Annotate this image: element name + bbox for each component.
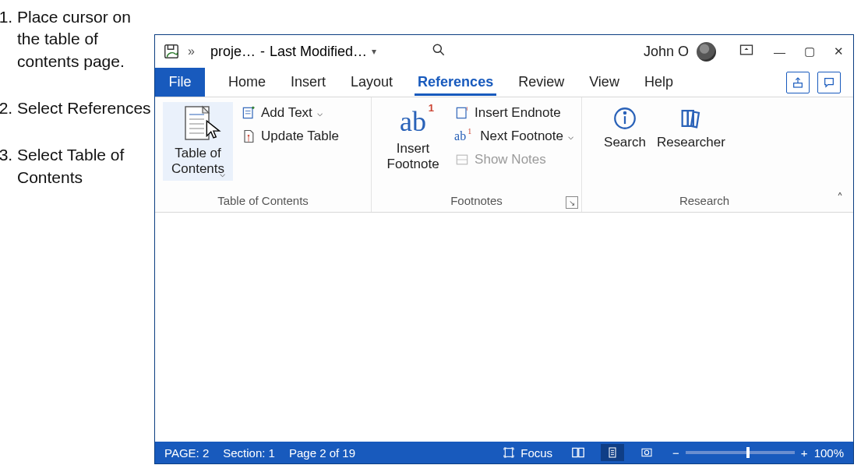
table-of-contents-label: Table of Contents <box>171 146 224 178</box>
focus-icon <box>502 446 516 459</box>
user-area[interactable]: John O <box>644 42 716 62</box>
view-buttons <box>566 444 658 461</box>
svg-text:i: i <box>467 106 468 111</box>
tab-review[interactable]: Review <box>517 69 566 95</box>
svg-point-1 <box>433 44 441 52</box>
next-footnote-button[interactable]: ab1 Next Footnote ⌵ <box>454 129 573 144</box>
instruction-step-2: Select References <box>17 97 154 119</box>
web-layout-button[interactable] <box>635 444 658 461</box>
tab-references[interactable]: References <box>416 69 495 95</box>
doc-modified: Last Modified… <box>270 44 367 60</box>
endnote-icon: i <box>454 105 470 121</box>
add-text-button[interactable]: Add Text ⌵ <box>241 105 339 121</box>
zoom-control: − + 100% <box>672 446 844 460</box>
quick-access-toolbar: » <box>163 43 195 60</box>
document-title[interactable]: proje… - Last Modified… ▾ <box>210 44 376 60</box>
collapse-ribbon-button[interactable]: ˄ <box>827 97 853 212</box>
chevron-down-icon: ⌵ <box>317 107 323 118</box>
doc-name: proje… <box>210 44 256 60</box>
window-controls: — ▢ ✕ <box>774 44 849 58</box>
avatar <box>697 42 716 62</box>
close-button[interactable]: ✕ <box>834 44 844 58</box>
svg-rect-20 <box>506 449 513 457</box>
tab-view[interactable]: View <box>587 69 621 95</box>
search-button[interactable]: Search <box>598 102 652 153</box>
search-icon[interactable] <box>431 42 446 62</box>
autosave-icon[interactable] <box>163 43 180 60</box>
status-section[interactable]: Section: 1 <box>223 446 275 460</box>
search-info-icon <box>612 105 638 132</box>
word-window: » proje… - Last Modified… ▾ John O — ▢ ✕ <box>154 34 854 464</box>
svg-point-19 <box>624 112 626 114</box>
researcher-button[interactable]: Researcher <box>655 102 727 153</box>
status-page-of[interactable]: Page 2 of 19 <box>289 446 355 460</box>
maximize-button[interactable]: ▢ <box>804 44 815 58</box>
svg-point-26 <box>644 450 648 454</box>
group-research: Search Researcher Research <box>582 97 827 212</box>
svg-rect-13 <box>457 107 466 118</box>
user-name: John O <box>644 44 689 60</box>
status-bar: PAGE: 2 Section: 1 Page 2 of 19 Focus − … <box>155 442 853 463</box>
chevron-down-icon: ⌵ <box>568 131 573 142</box>
status-page[interactable]: PAGE: 2 <box>164 446 209 460</box>
table-of-contents-button[interactable]: Table of Contents ⌵ <box>163 102 233 181</box>
group-table-of-contents: Table of Contents ⌵ <box>155 97 372 212</box>
add-text-icon <box>241 105 256 121</box>
focus-mode-button[interactable]: Focus <box>502 446 552 460</box>
zoom-in-button[interactable]: + <box>801 446 808 460</box>
zoom-out-button[interactable]: − <box>672 446 679 460</box>
tab-home[interactable]: Home <box>227 69 267 95</box>
group-label-toc: Table of Contents <box>163 194 363 210</box>
tab-layout[interactable]: Layout <box>349 69 394 95</box>
document-toc-icon <box>181 105 215 143</box>
svg-rect-25 <box>642 449 651 456</box>
minimize-button[interactable]: — <box>774 45 785 58</box>
group-label-research: Research <box>590 194 819 210</box>
tab-file[interactable]: File <box>155 68 205 97</box>
show-notes-icon <box>454 152 470 167</box>
tab-help[interactable]: Help <box>643 69 675 95</box>
insert-footnote-label: Insert Footnote <box>387 141 439 173</box>
svg-rect-3 <box>794 83 803 86</box>
document-canvas[interactable] <box>155 213 853 442</box>
researcher-icon <box>678 105 704 132</box>
footnotes-launcher-icon[interactable]: ↘ <box>566 196 578 209</box>
comments-button[interactable] <box>817 72 841 93</box>
ribbon: Table of Contents ⌵ <box>155 97 853 213</box>
group-footnotes: ab 1 Insert Footnote i Insert Endnote <box>372 97 582 212</box>
insert-endnote-button[interactable]: i Insert Endnote <box>454 105 573 121</box>
show-notes-button: Show Notes <box>454 152 573 167</box>
ribbon-display-icon[interactable] <box>738 42 755 62</box>
svg-rect-10 <box>243 107 252 118</box>
share-button[interactable] <box>786 72 810 93</box>
tab-insert[interactable]: Insert <box>289 69 327 95</box>
zoom-level[interactable]: 100% <box>814 446 844 460</box>
ribbon-tabs: File Home Insert Layout References Revie… <box>155 68 853 97</box>
zoom-slider[interactable] <box>686 451 795 454</box>
title-dropdown-icon[interactable]: ▾ <box>372 46 376 57</box>
update-table-button[interactable]: Update Table <box>241 129 339 144</box>
doc-sep: - <box>260 44 265 60</box>
toc-dropdown-icon: ⌵ <box>220 168 225 179</box>
title-bar: » proje… - Last Modified… ▾ John O — ▢ ✕ <box>155 35 853 68</box>
qat-more[interactable]: » <box>188 44 195 58</box>
read-mode-button[interactable] <box>566 444 590 461</box>
instruction-step-3: Select Table of Contents <box>17 144 154 188</box>
group-label-footnotes: Footnotes <box>379 194 573 210</box>
instruction-step-1: Place cursor on the table of contents pa… <box>17 6 154 72</box>
update-table-icon <box>241 129 256 144</box>
insert-footnote-button[interactable]: ab 1 Insert Footnote <box>379 102 446 176</box>
instruction-panel: Place cursor on the table of contents pa… <box>0 0 156 213</box>
print-layout-button[interactable] <box>601 444 624 461</box>
